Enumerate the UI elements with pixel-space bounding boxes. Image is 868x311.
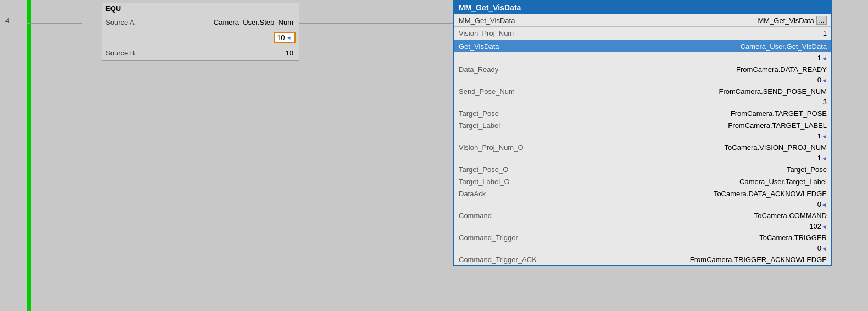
mm-rows-section: Vision_Proj_Num1Get_VisDataCamera_User.G… [454, 27, 831, 265]
mm-sub-value: 1◄ [459, 132, 827, 140]
mm-sub-value: 3 [459, 98, 827, 106]
mm-row-label: Send_Pose_Num [459, 87, 569, 96]
mm-sub-row: 1◄ [454, 53, 831, 63]
mm-sub-value: 0◄ [459, 200, 827, 208]
mm-row: Data_ReadyFromCamera.DATA_READY [454, 63, 831, 75]
source-a-input[interactable]: 10 ◄ [274, 32, 296, 43]
mm-sub-row: 0◄ [454, 243, 831, 253]
mm-row: Command_Trigger_ACKFromCamera.TRIGGER_AC… [454, 253, 831, 265]
equ-title: EQU [102, 3, 299, 14]
source-a-arrow-icon: ◄ [286, 35, 291, 41]
mm-row-label: Vision_Proj_Num_O [459, 143, 569, 152]
mm-row-label: DataAck [459, 190, 569, 198]
row-number: 4 [5, 16, 9, 25]
equ-source-a-row: Source A Camera_User.Step_Num [102, 14, 299, 30]
mm-sub-value: 1◄ [459, 54, 827, 62]
mm-top-label: MM_Get_VisData [459, 16, 569, 25]
mm-title-bar: MM_Get_VisData [454, 1, 831, 14]
mm-sub-value: 102◄ [459, 222, 827, 230]
mm-row-value: ToCamera.TRIGGER [569, 234, 827, 242]
mm-sub-row: 3 [454, 97, 831, 107]
mm-row: Vision_Proj_Num_OToCamera.VISION_PROJ_NU… [454, 141, 831, 153]
mm-row: Get_VisDataCamera_User.Get_VisData [454, 40, 831, 52]
mm-row: Vision_Proj_Num1 [454, 27, 831, 39]
source-b-value: 10 [149, 49, 296, 57]
mm-row: DataAckToCamera.DATA_ACKNOWLEDGE [454, 187, 831, 199]
mm-row-value: Camera_User.Get_VisData [569, 42, 827, 51]
source-a-value: Camera_User.Step_Num [149, 18, 296, 26]
mm-row-value: ToCamera.VISION_PROJ_NUM [569, 143, 827, 152]
mm-top-row: MM_Get_VisData MM_Get_VisData ... [454, 14, 831, 27]
main-container: 4 EQU Source A Camera_User.Step_Num 10 ◄… [0, 0, 868, 311]
source-a-label: Source A [105, 18, 149, 26]
mm-row-value: ToCamera.COMMAND [569, 212, 827, 220]
mm-row-value: FromCamera.TRIGGER_ACKNOWLEDGE [569, 256, 827, 264]
equ-block: EQU Source A Camera_User.Step_Num 10 ◄ S… [102, 3, 299, 61]
mm-sub-value: 0◄ [459, 244, 827, 252]
mm-row: Target_Label_OCamera_User.Target_Label [454, 175, 831, 187]
mm-row-value: FromCamera.DATA_READY [569, 65, 827, 74]
mm-row: Target_Pose_OTarget_Pose [454, 163, 831, 175]
mm-sub-row: 1◄ [454, 153, 831, 163]
source-b-label: Source B [105, 49, 149, 57]
mm-row: CommandToCamera.COMMAND [454, 209, 831, 221]
mm-row: Command_TriggerToCamera.TRIGGER [454, 231, 831, 243]
mm-row-label: Target_Label_O [459, 177, 569, 186]
equ-source-b-row: Source B 10 [102, 45, 299, 60]
mm-row-label: Command_Trigger_ACK [459, 256, 569, 264]
browse-button[interactable]: ... [816, 16, 827, 25]
green-bar [27, 0, 31, 311]
mm-row-label: Target_Pose [459, 109, 569, 118]
mm-sub-row: 102◄ [454, 221, 831, 231]
mm-sub-row: 0◄ [454, 199, 831, 209]
mm-row: Target_LabelFromCamera.TARGET_LABEL [454, 119, 831, 131]
mm-row: Send_Pose_NumFromCamera.SEND_POSE_NUM [454, 85, 831, 97]
mm-top-value: MM_Get_VisData [569, 16, 814, 25]
mm-row-value: FromCamera.TARGET_POSE [569, 109, 827, 118]
mm-sub-value: 1◄ [459, 154, 827, 162]
mm-row-value: FromCamera.TARGET_LABEL [569, 121, 827, 130]
mm-row-label: Get_VisData [459, 42, 569, 51]
mm-sub-value: 0◄ [459, 76, 827, 84]
mm-row-value: Target_Pose [569, 165, 827, 174]
mm-row-label: Target_Label [459, 121, 569, 130]
mm-row-value: FromCamera.SEND_POSE_NUM [569, 87, 827, 96]
mm-row-value: Camera_User.Target_Label [569, 177, 827, 186]
left-gutter: 4 [0, 0, 85, 311]
connector-line [299, 23, 453, 24]
mm-row-value: ToCamera.DATA_ACKNOWLEDGE [569, 190, 827, 198]
source-a-input-value: 10 [277, 34, 285, 42]
mm-row: Target_PoseFromCamera.TARGET_POSE [454, 107, 831, 119]
mm-sub-row: 0◄ [454, 75, 831, 85]
mm-row-label: Vision_Proj_Num [459, 29, 569, 37]
mm-row-label: Target_Pose_O [459, 165, 569, 174]
horizontal-line-left [27, 23, 82, 24]
mm-row-value: 1 [569, 29, 827, 37]
mm-block: MM_Get_VisData MM_Get_VisData MM_Get_Vis… [453, 0, 832, 266]
mm-row-label: Command [459, 212, 569, 220]
equ-source-a-input-row: 10 ◄ [102, 30, 299, 45]
mm-sub-row: 1◄ [454, 131, 831, 141]
mm-row-label: Command_Trigger [459, 234, 569, 242]
mm-row-label: Data_Ready [459, 65, 569, 74]
